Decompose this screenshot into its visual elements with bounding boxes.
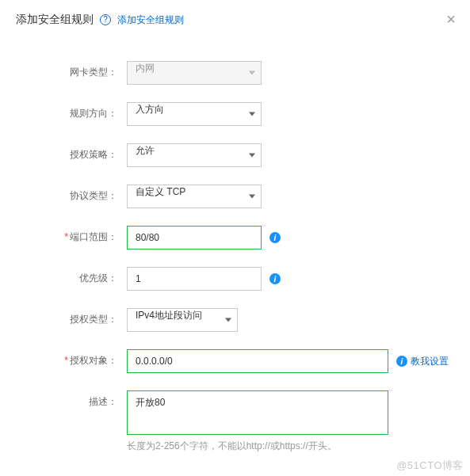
label-auth-type: 授权类型：	[16, 308, 127, 326]
textarea-description[interactable]	[127, 390, 388, 435]
select-policy[interactable]: 允许	[127, 143, 262, 167]
info-icon[interactable]: i	[269, 232, 281, 243]
help-link[interactable]: 添加安全组规则	[117, 13, 184, 27]
label-port-range: *端口范围：	[16, 226, 127, 244]
help-icon[interactable]: ?	[100, 14, 111, 25]
teach-me-label: 教我设置	[411, 355, 449, 368]
row-description: 描述： 长度为2-256个字符，不能以http://或https://开头。	[16, 390, 454, 453]
row-nic-type: 网卡类型： 内网	[16, 61, 454, 85]
description-hint: 长度为2-256个字符，不能以http://或https://开头。	[127, 440, 388, 453]
input-auth-object[interactable]	[127, 349, 388, 373]
label-direction: 规则方向：	[16, 102, 127, 120]
dialog-header: 添加安全组规则 ? 添加安全组规则	[0, 0, 470, 37]
select-auth-type[interactable]: IPv4地址段访问	[127, 308, 238, 332]
label-description: 描述：	[16, 390, 127, 409]
info-icon[interactable]: i	[269, 273, 281, 284]
dialog-title: 添加安全组规则	[16, 13, 94, 27]
watermark: @51CTO博客	[396, 459, 464, 473]
label-auth-object: *授权对象：	[16, 349, 127, 367]
row-protocol: 协议类型： 自定义 TCP	[16, 185, 454, 208]
select-protocol[interactable]: 自定义 TCP	[127, 185, 262, 208]
row-port-range: *端口范围： i	[16, 226, 454, 249]
form-body: 网卡类型： 内网 规则方向： 入方向 授权策略： 允许 协议类型：	[0, 37, 470, 476]
row-policy: 授权策略： 允许	[16, 143, 454, 167]
label-priority: 优先级：	[16, 267, 127, 285]
row-direction: 规则方向： 入方向	[16, 102, 454, 126]
row-priority: 优先级： i	[16, 267, 454, 291]
label-nic-type: 网卡类型：	[16, 61, 127, 79]
label-protocol: 协议类型：	[16, 185, 127, 203]
select-nic-type: 内网	[127, 61, 262, 85]
teach-me-link[interactable]: i 教我设置	[396, 355, 449, 368]
row-auth-type: 授权类型： IPv4地址段访问	[16, 308, 454, 332]
input-port-range[interactable]	[127, 226, 262, 249]
label-policy: 授权策略：	[16, 143, 127, 162]
select-direction[interactable]: 入方向	[127, 102, 262, 126]
close-icon[interactable]: ×	[446, 11, 456, 27]
info-icon: i	[396, 356, 407, 367]
input-priority[interactable]	[127, 267, 262, 291]
row-auth-object: *授权对象： i 教我设置	[16, 349, 454, 373]
